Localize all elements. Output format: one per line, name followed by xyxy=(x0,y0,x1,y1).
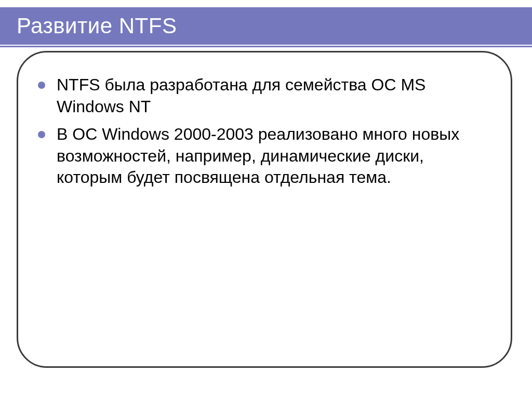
list-item: NTFS была разработана для семейства ОС M… xyxy=(57,74,487,117)
slide-title: Развитие NTFS xyxy=(17,14,177,38)
title-band: Развитие NTFS xyxy=(0,7,532,45)
bullet-list: NTFS была разработана для семейства ОС M… xyxy=(18,52,511,189)
bullet-text: В ОС Windows 2000-2003 реализовано много… xyxy=(57,125,459,187)
title-underline xyxy=(0,46,532,47)
list-item: В ОС Windows 2000-2003 реализовано много… xyxy=(57,124,487,189)
bullet-text: NTFS была разработана для семейства ОС M… xyxy=(57,75,425,116)
content-frame: NTFS была разработана для семейства ОС M… xyxy=(17,51,512,368)
